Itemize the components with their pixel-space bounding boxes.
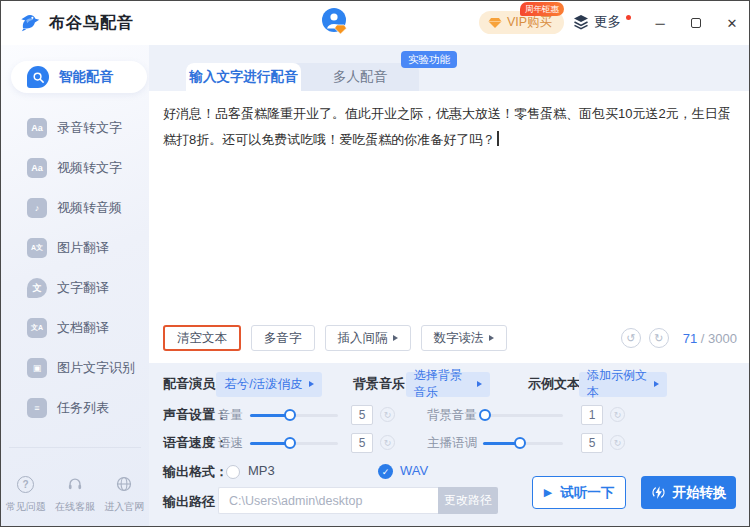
user-avatar[interactable] bbox=[321, 7, 351, 39]
caret-right-icon bbox=[489, 335, 494, 341]
tone-slider-knob[interactable] bbox=[514, 437, 526, 449]
notification-dot bbox=[626, 15, 631, 20]
convert-bolt-icon bbox=[651, 485, 666, 500]
sidebar-item-label: 视频转文字 bbox=[57, 159, 122, 177]
maximize-icon bbox=[691, 18, 701, 28]
sidebar-item-video-to-audio[interactable]: ♪ 视频转音频 bbox=[1, 188, 149, 228]
sidebar-item-label: 任务列表 bbox=[57, 399, 109, 417]
voice-actor-row: 配音演员： 若兮/活泼俏皮 背景音乐 选择背景音乐 示例文本 添加示例文本 bbox=[149, 371, 750, 397]
voice-search-icon bbox=[27, 66, 49, 88]
speed-reset-icon[interactable]: ↻ bbox=[380, 435, 395, 450]
mp3-label[interactable]: MP3 bbox=[248, 463, 275, 478]
faq-button[interactable]: ? 常见问题 bbox=[6, 474, 46, 514]
bg-volume-label: 背景音量 bbox=[427, 407, 477, 424]
sidebar-item-label: 文档翻译 bbox=[57, 319, 109, 337]
wav-radio-checked-icon[interactable]: ✓ bbox=[378, 464, 393, 479]
text-translate-icon: 文 bbox=[27, 278, 47, 298]
volume-label: 音量 bbox=[218, 407, 243, 424]
voice-actor-select[interactable]: 若兮/活泼俏皮 bbox=[216, 372, 322, 397]
sidebar-item-label: 图片翻译 bbox=[57, 239, 109, 257]
online-support-button[interactable]: 在线客服 bbox=[55, 474, 95, 514]
layers-stack-icon bbox=[573, 14, 589, 30]
headset-icon bbox=[65, 474, 85, 494]
clear-text-button[interactable]: 清空文本 bbox=[163, 325, 241, 351]
caret-right-icon bbox=[654, 381, 659, 387]
redo-icon[interactable]: ↻ bbox=[649, 328, 669, 348]
globe-icon bbox=[114, 474, 134, 494]
sound-settings-row: 声音设置： 音量 5 ↻ 背景音量 1 ↻ bbox=[149, 402, 750, 428]
sidebar-item-label: 智能配音 bbox=[59, 68, 113, 86]
output-path-input[interactable] bbox=[218, 487, 438, 514]
sidebar-item-label: 图片文字识别 bbox=[57, 359, 135, 377]
ocr-icon: ▣ bbox=[27, 358, 47, 378]
app-logo-bird-icon bbox=[17, 10, 43, 36]
close-button[interactable]: ✕ bbox=[725, 16, 739, 31]
sidebar-item-task-list[interactable]: ≡ 任务列表 bbox=[1, 388, 149, 428]
app-title: 布谷鸟配音 bbox=[49, 13, 134, 34]
sidebar-item-doc-translate[interactable]: 文A 文档翻译 bbox=[1, 308, 149, 348]
tab-bar: 输入文字进行配音 多人配音 bbox=[186, 63, 419, 91]
sidebar: 智能配音 Aa 录音转文字 Aa 视频转文字 ♪ 视频转音频 A文 图片翻译 文… bbox=[1, 45, 149, 527]
volume-reset-icon[interactable]: ↻ bbox=[380, 407, 395, 422]
audio-to-text-icon: Aa bbox=[27, 118, 47, 138]
anniversary-badge: 周年钜惠 bbox=[520, 2, 564, 16]
vip-purchase-label: VIP购买 bbox=[507, 14, 552, 31]
caret-right-icon bbox=[393, 335, 398, 341]
main-area: 输入文字进行配音 多人配音 实验功能 好消息！品客蛋糕隆重开业了。值此开业之际，… bbox=[149, 45, 750, 527]
bg-volume-slider[interactable] bbox=[481, 414, 563, 417]
sidebar-item-video-to-text[interactable]: Aa 视频转文字 bbox=[1, 148, 149, 188]
image-translate-icon: A文 bbox=[27, 238, 47, 258]
speed-slider[interactable] bbox=[250, 442, 338, 445]
sidebar-item-ocr[interactable]: ▣ 图片文字识别 bbox=[1, 348, 149, 388]
bgm-select[interactable]: 选择背景音乐 bbox=[406, 372, 490, 397]
tab-multi-voice[interactable]: 多人配音 bbox=[301, 63, 419, 91]
volume-slider-knob[interactable] bbox=[284, 409, 296, 421]
start-convert-button[interactable]: 开始转换 bbox=[641, 476, 736, 509]
speed-slider-knob[interactable] bbox=[284, 437, 296, 449]
more-menu-button[interactable]: 更多 bbox=[573, 13, 631, 31]
sidebar-item-text-translate[interactable]: 文 文字翻译 bbox=[1, 268, 149, 308]
sidebar-item-label: 视频转音频 bbox=[57, 199, 122, 217]
tab-text-dubbing[interactable]: 输入文字进行配音 bbox=[186, 63, 301, 91]
sidebar-item-smart-dubbing[interactable]: 智能配音 bbox=[11, 61, 147, 93]
undo-icon[interactable]: ↺ bbox=[621, 328, 641, 348]
sidebar-item-label: 录音转文字 bbox=[57, 119, 122, 137]
speed-label: 语速 bbox=[218, 435, 243, 452]
titlebar: 布谷鸟配音 VIP购买 周年钜惠 更多 bbox=[1, 1, 749, 45]
number-reading-button[interactable]: 数字读法 bbox=[421, 325, 507, 351]
preview-button[interactable]: ▶ 试听一下 bbox=[532, 476, 626, 509]
text-cursor bbox=[497, 131, 499, 146]
question-icon: ? bbox=[17, 476, 34, 493]
editor-toolbar: 清空文本 多音字 插入间隔 数字读法 ↺ ↻ 71 / 3000 bbox=[163, 325, 737, 351]
text-editor-panel: 好消息！品客蛋糕隆重开业了。值此开业之际，优惠大放送！零售蛋糕、面包买10元送2… bbox=[149, 91, 750, 363]
tone-value: 5 bbox=[581, 433, 603, 453]
speed-value: 5 bbox=[351, 433, 373, 453]
bg-volume-slider-knob[interactable] bbox=[479, 409, 491, 421]
sample-text-select[interactable]: 添加示例文本 bbox=[579, 372, 667, 397]
sidebar-item-image-translate[interactable]: A文 图片翻译 bbox=[1, 228, 149, 268]
volume-slider[interactable] bbox=[250, 414, 338, 417]
sidebar-item-audio-to-text[interactable]: Aa 录音转文字 bbox=[1, 108, 149, 148]
more-label: 更多 bbox=[594, 13, 621, 31]
wav-label[interactable]: WAV bbox=[400, 463, 428, 478]
sidebar-divider bbox=[9, 447, 141, 448]
window-controls: ─ ✕ bbox=[653, 1, 739, 45]
caret-right-icon bbox=[309, 381, 314, 387]
experimental-feature-badge: 实验功能 bbox=[401, 51, 457, 68]
tone-slider[interactable] bbox=[483, 442, 563, 445]
official-website-button[interactable]: 进入官网 bbox=[104, 474, 144, 514]
minimize-button[interactable]: ─ bbox=[653, 16, 667, 31]
bgm-label: 背景音乐 bbox=[353, 375, 405, 393]
change-path-button[interactable]: 更改路径 bbox=[438, 487, 498, 514]
caret-right-icon bbox=[477, 381, 482, 387]
maximize-button[interactable] bbox=[689, 16, 703, 31]
dubbing-text-input[interactable]: 好消息！品客蛋糕隆重开业了。值此开业之际，优惠大放送！零售蛋糕、面包买10元送2… bbox=[163, 101, 739, 153]
mp3-radio[interactable] bbox=[226, 465, 240, 479]
insert-pause-button[interactable]: 插入间隔 bbox=[325, 325, 411, 351]
bg-volume-reset-icon[interactable]: ↻ bbox=[610, 407, 625, 422]
polyphonic-button[interactable]: 多音字 bbox=[251, 325, 315, 351]
tone-reset-icon[interactable]: ↻ bbox=[610, 435, 625, 450]
sidebar-footer: ? 常见问题 在线客服 进入官网 bbox=[1, 474, 149, 514]
doc-translate-icon: 文A bbox=[27, 318, 47, 338]
tone-label: 主播语调 bbox=[427, 435, 477, 452]
